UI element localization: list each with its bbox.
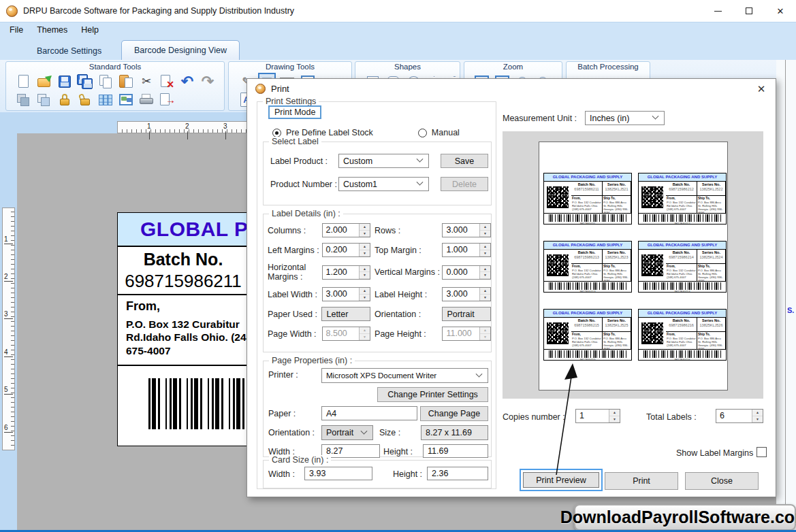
spinner-down-icon[interactable] <box>360 231 370 237</box>
delete-button[interactable]: Delete <box>441 177 488 191</box>
spinner-down-icon[interactable] <box>360 295 370 301</box>
spinner-down-icon[interactable] <box>360 250 370 257</box>
duplicate-icon[interactable] <box>15 91 33 109</box>
export-icon[interactable]: → <box>158 91 176 109</box>
total-labels-label: Total Labels : <box>646 412 697 422</box>
menu-themes[interactable]: Themes <box>30 25 74 35</box>
paste-icon[interactable] <box>117 73 135 90</box>
spinner-up-icon[interactable] <box>480 266 490 273</box>
card-size-title: Card Size (in) : <box>269 455 331 465</box>
print-preview-button[interactable]: Print Preview <box>523 472 599 488</box>
predefine-label-stock-label: Pre Define Label Stock <box>286 128 373 137</box>
spinner-down-icon[interactable] <box>480 295 490 301</box>
save-icon[interactable] <box>56 73 74 90</box>
vruler-number: 2 <box>4 273 13 282</box>
left-margins-spinner[interactable]: 0.200 <box>322 243 371 257</box>
preview-series-cell: Series No. 13825KLJ526 <box>697 318 726 332</box>
change-page-button[interactable]: Change Page <box>420 406 488 421</box>
page-height-input[interactable]: 11.69 <box>423 444 488 458</box>
spinner-down-icon[interactable] <box>480 250 490 257</box>
close-button[interactable]: Close <box>685 472 759 490</box>
chevron-down-icon <box>476 370 483 377</box>
background-right-strip: S. <box>776 60 796 532</box>
spinner-down-icon[interactable] <box>480 231 490 237</box>
minimize-button[interactable] <box>702 0 733 22</box>
redo-icon[interactable]: ↷ <box>199 73 217 90</box>
spinner-up-icon[interactable] <box>480 244 490 250</box>
dialog-close-icon[interactable]: ✕ <box>755 83 767 95</box>
page-height-spinner: 11.000 <box>442 327 491 341</box>
label-height-spinner[interactable]: 3.000 <box>442 287 491 301</box>
spinner-up-icon[interactable] <box>752 410 763 416</box>
card-width-input[interactable]: 3.93 <box>304 467 372 480</box>
label-product-label: Label Product : <box>270 156 338 166</box>
new-document-icon[interactable] <box>15 73 33 90</box>
preview-batch-cell: Batch No. 698715986212 <box>666 182 697 196</box>
manual-radio[interactable] <box>418 129 427 137</box>
print-button[interactable]: Print <box>605 472 678 490</box>
spinner-down-icon[interactable] <box>609 416 620 423</box>
shapes-title: Shapes <box>355 63 460 71</box>
menu-file[interactable]: File <box>0 25 30 35</box>
lock-icon[interactable] <box>56 91 74 109</box>
predefine-label-stock-radio[interactable] <box>272 129 281 137</box>
undo-icon[interactable]: ↶ <box>178 73 196 90</box>
save-button[interactable]: Save <box>441 154 488 168</box>
spinner-up-icon[interactable] <box>609 410 620 416</box>
change-printer-settings-button[interactable]: Change Printer Settings <box>377 387 488 402</box>
show-label-margins-checkbox[interactable] <box>757 447 767 457</box>
printer-dropdown[interactable]: Microsoft XPS Document Writer <box>321 368 488 383</box>
page-properties-title: Page Properties (in) : <box>269 356 355 365</box>
delete-icon[interactable]: ✕ <box>158 73 176 90</box>
spinner-up-icon[interactable] <box>360 224 370 231</box>
preview-barcode: 9812840113 <box>544 282 631 292</box>
print-preview-area: GLOBAL PACKAGING AND SUPPLY Batch No. 69… <box>503 131 763 399</box>
batch-processing-title: Batch Processing <box>567 63 650 71</box>
vertical-margins-label: Vertical Margins : <box>375 267 442 277</box>
horizontal-margins-spinner[interactable]: 1.200 <box>322 265 371 280</box>
preview-label-header: GLOBAL PACKAGING AND SUPPLY <box>639 173 726 182</box>
close-window-button[interactable]: ✕ <box>765 0 796 22</box>
paper-input[interactable]: A4 <box>321 406 417 420</box>
spinner-down-icon[interactable] <box>752 416 763 423</box>
total-labels-spinner[interactable]: 6 <box>716 409 763 423</box>
save-all-icon[interactable] <box>76 73 94 90</box>
spinner-up-icon[interactable] <box>480 224 490 231</box>
image-preview-icon[interactable] <box>117 91 135 109</box>
spinner-down-icon[interactable] <box>360 272 370 279</box>
hruler-number: 3 <box>223 122 227 130</box>
product-number-dropdown[interactable]: Custom1 <box>338 177 429 191</box>
page-height-label: Page Height : <box>375 329 442 339</box>
maximize-button[interactable] <box>733 0 765 22</box>
spinner-up-icon[interactable] <box>360 244 370 250</box>
label-width-spinner[interactable]: 3.000 <box>322 287 371 301</box>
measurement-unit-dropdown[interactable]: Inches (in) <box>585 111 665 125</box>
spinner-down-icon <box>360 334 370 341</box>
unlock-icon[interactable] <box>76 91 94 109</box>
spinner-up-icon[interactable] <box>360 288 370 295</box>
layers-icon[interactable] <box>35 91 53 109</box>
copy-icon[interactable] <box>97 73 114 90</box>
copies-number-spinner[interactable]: 1 <box>575 409 620 423</box>
label-product-dropdown[interactable]: Custom <box>338 154 429 168</box>
dialog-app-icon <box>255 84 266 94</box>
columns-spinner[interactable]: 2.000 <box>322 223 371 237</box>
vertical-margins-spinner[interactable]: 0.000 <box>442 265 491 280</box>
label-height-label: Label Height : <box>375 290 442 299</box>
open-folder-icon[interactable] <box>35 73 53 90</box>
tab-barcode-settings[interactable]: Barcode Settings <box>25 42 114 60</box>
barcode-image <box>549 214 626 222</box>
menu-help[interactable]: Help <box>74 25 106 35</box>
spinner-up-icon[interactable] <box>360 266 370 273</box>
card-height-input[interactable]: 2.36 <box>427 467 488 480</box>
spinner-down-icon[interactable] <box>480 272 490 279</box>
page-orientation-dropdown[interactable]: Portrait <box>321 425 373 440</box>
print-icon[interactable] <box>138 91 155 109</box>
rows-spinner[interactable]: 3.000 <box>442 223 491 237</box>
cut-icon[interactable]: ✂ <box>138 73 155 90</box>
tab-barcode-designing-view[interactable]: Barcode Designing View <box>121 40 240 60</box>
spinner-up-icon[interactable] <box>480 288 490 295</box>
hruler-number: 2 <box>185 122 189 130</box>
grid-icon[interactable] <box>97 91 114 109</box>
top-margin-spinner[interactable]: 1.000 <box>442 243 491 257</box>
